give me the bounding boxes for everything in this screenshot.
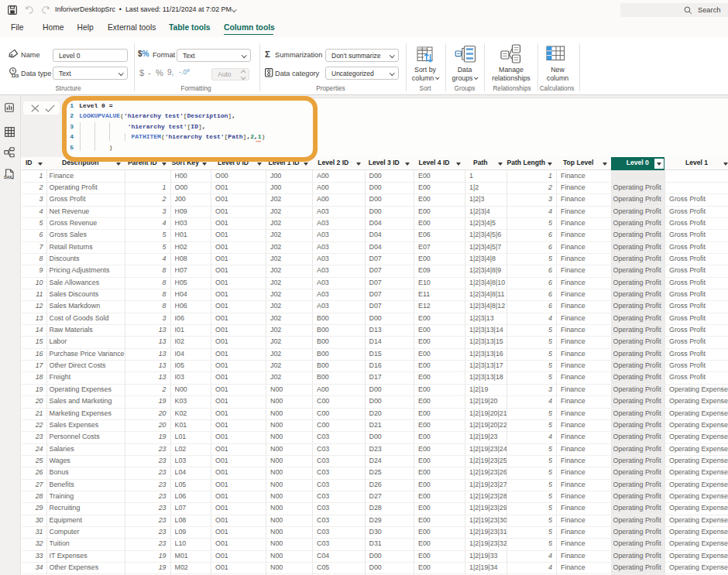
svg-text:DAX: DAX xyxy=(4,176,12,180)
svg-text:123: 123 xyxy=(11,74,19,78)
